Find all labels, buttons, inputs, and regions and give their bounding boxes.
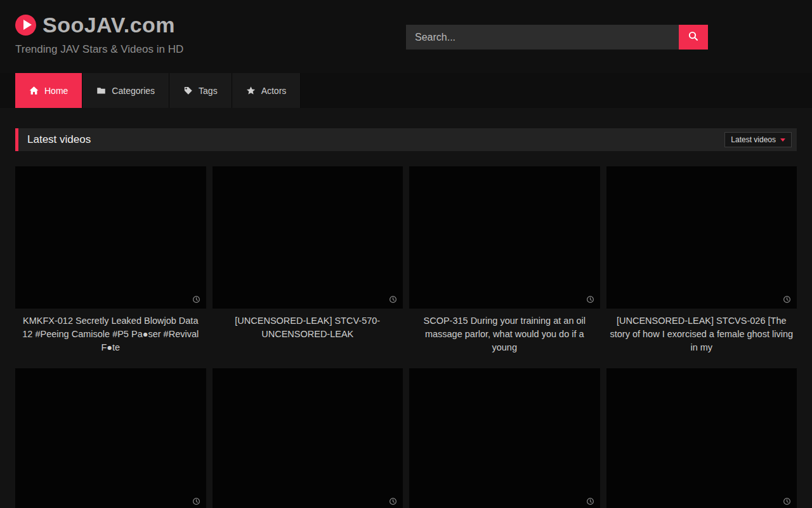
search-button[interactable] — [679, 25, 708, 50]
video-card[interactable]: [UNCENSORED-LEAK] STCV-570-UNCENSORED-LE… — [213, 166, 403, 354]
video-card[interactable]: SCOP-315 During your training at an oil … — [409, 166, 600, 354]
video-thumbnail[interactable] — [409, 368, 600, 508]
play-logo-icon — [15, 15, 36, 36]
video-card[interactable]: [UNCENSORED-LEAK] MXGS-1306 Absolutely — [213, 368, 403, 508]
clock-icon — [389, 295, 397, 304]
clock-icon — [783, 497, 791, 505]
nav-item-label: Actors — [261, 86, 287, 96]
video-card[interactable]: NAMH-042 H Cup Big Tits Newcomer (170cm … — [15, 368, 206, 508]
search-input[interactable] — [406, 25, 679, 50]
video-thumbnail[interactable] — [15, 166, 206, 309]
section-header: Latest videos Latest videos — [15, 128, 797, 151]
site-logo-text: SooJAV.com — [43, 13, 175, 37]
clock-icon — [586, 497, 594, 505]
folder-icon — [96, 86, 106, 95]
video-card[interactable]: KMKFX-012 Secretly Leaked Blowjob Data 1… — [15, 166, 206, 354]
video-thumbnail[interactable] — [213, 368, 403, 508]
main-nav: Home Categories Tags Actors — [0, 73, 812, 108]
caret-down-icon — [780, 138, 785, 142]
site-tagline: Trending JAV Stars & Videos in HD — [15, 43, 183, 56]
search-bar — [406, 25, 708, 50]
video-thumbnail[interactable] — [606, 368, 797, 508]
nav-item-tags[interactable]: Tags — [169, 73, 232, 108]
video-title[interactable]: [UNCENSORED-LEAK] STCV-570-UNCENSORED-LE… — [213, 314, 403, 341]
video-thumbnail[interactable] — [213, 166, 403, 309]
video-thumbnail[interactable] — [15, 368, 206, 508]
site-logo[interactable]: SooJAV.com Trending JAV Stars & Videos i… — [15, 13, 183, 56]
home-icon — [29, 86, 39, 95]
video-title[interactable]: [UNCENSORED-LEAK] STCVS-026 [The story o… — [606, 314, 797, 354]
video-grid: KMKFX-012 Secretly Leaked Blowjob Data 1… — [15, 166, 797, 508]
nav-item-label: Home — [44, 86, 68, 96]
video-card[interactable]: URSM-186 Girl @ Era Alice — [606, 368, 797, 508]
video-title[interactable]: SCOP-315 During your training at an oil … — [409, 314, 600, 354]
nav-item-categories[interactable]: Categories — [82, 73, 169, 108]
nav-item-label: Categories — [112, 86, 155, 96]
clock-icon — [192, 295, 200, 304]
video-title[interactable]: KMKFX-012 Secretly Leaked Blowjob Data 1… — [15, 314, 206, 354]
video-thumbnail[interactable] — [409, 166, 600, 309]
clock-icon — [586, 295, 594, 304]
nav-item-actors[interactable]: Actors — [232, 73, 301, 108]
sort-dropdown[interactable]: Latest videos — [724, 132, 792, 147]
header: SooJAV.com Trending JAV Stars & Videos i… — [0, 0, 812, 73]
tag-icon — [183, 86, 193, 95]
section-title: Latest videos — [18, 133, 91, 146]
nav-item-home[interactable]: Home — [15, 73, 82, 108]
clock-icon — [783, 295, 791, 304]
video-thumbnail[interactable] — [606, 166, 797, 309]
clock-icon — [389, 497, 397, 505]
clock-icon — [192, 497, 200, 505]
main-content: Latest videos Latest videos KMKFX-012 Se… — [0, 108, 812, 508]
star-icon — [246, 86, 256, 95]
video-card[interactable]: [UNCENSORED-LEAK] STCVS-026 [The story o… — [606, 166, 797, 354]
magnifier-icon — [688, 30, 699, 44]
sort-dropdown-label: Latest videos — [731, 135, 776, 144]
video-card[interactable]: [UNCENSORED-LEAK] MLA-231 [3 shots in — [409, 368, 600, 508]
nav-item-label: Tags — [199, 86, 218, 96]
